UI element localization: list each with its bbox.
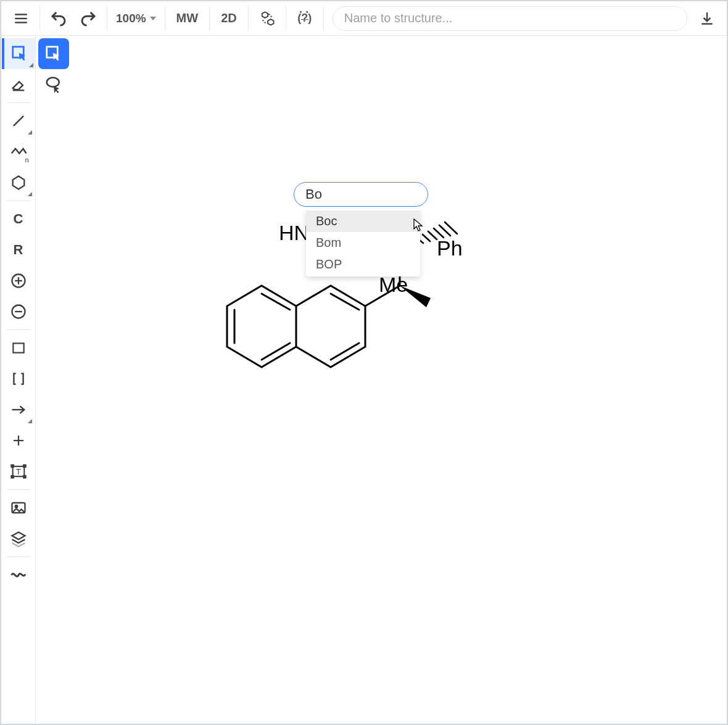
separator	[6, 102, 31, 103]
plus-tool[interactable]	[3, 425, 34, 456]
svg-line-42	[423, 234, 430, 241]
download-button[interactable]	[692, 4, 722, 33]
svg-text:T: T	[16, 467, 21, 476]
svg-rect-22	[11, 476, 14, 478]
erase-tool[interactable]	[3, 69, 34, 100]
autocomplete-item[interactable]: Boc	[306, 210, 420, 232]
selection-tool[interactable]	[2, 38, 35, 69]
structure-convert-button[interactable]	[252, 4, 282, 33]
atom-label-input[interactable]: Bo	[294, 182, 428, 207]
layers-tool[interactable]	[3, 523, 34, 554]
separator	[39, 6, 40, 31]
ring-tool[interactable]	[3, 167, 34, 198]
svg-marker-3	[262, 12, 268, 17]
submenu-indicator-icon	[29, 63, 33, 67]
svg-rect-20	[11, 465, 14, 468]
menu-button[interactable]	[6, 4, 36, 33]
svg-rect-14	[13, 343, 23, 352]
chain-tool[interactable]: n	[3, 136, 34, 167]
freehand-tool[interactable]	[3, 560, 34, 590]
drawing-canvas[interactable]: HN Ph Me Bo Boc Bom BOP	[36, 36, 727, 724]
svg-rect-23	[23, 476, 26, 478]
zoom-dropdown[interactable]: 100%	[111, 12, 161, 25]
charge-minus-tool[interactable]	[3, 296, 34, 327]
redo-button[interactable]	[73, 4, 103, 33]
separator	[6, 201, 31, 201]
separator	[286, 6, 286, 31]
autocomplete-item[interactable]: BOP	[306, 254, 420, 275]
charge-plus-tool[interactable]	[3, 265, 34, 296]
svg-line-7	[13, 116, 23, 126]
ph-label: Ph	[437, 236, 463, 260]
svg-point-25	[15, 505, 17, 508]
separator	[165, 6, 165, 31]
svg-marker-26	[12, 532, 25, 540]
name-to-structure-input[interactable]	[333, 6, 687, 31]
bond-tool[interactable]	[3, 106, 34, 136]
svg-line-32	[262, 343, 290, 360]
caret-down-icon	[150, 17, 156, 20]
rectangle-tool[interactable]	[3, 333, 34, 363]
separator	[6, 489, 31, 490]
undo-button[interactable]	[44, 4, 73, 33]
separator	[6, 557, 31, 557]
submenu-indicator-icon	[28, 130, 32, 135]
zoom-label: 100%	[116, 12, 146, 25]
query-button[interactable]: • • (?)	[290, 4, 320, 33]
separator	[6, 329, 31, 330]
svg-marker-4	[268, 19, 273, 25]
submenu-indicator-icon	[28, 419, 32, 423]
svg-line-43	[428, 231, 437, 239]
separator	[209, 6, 210, 31]
mouse-cursor-icon	[413, 218, 424, 233]
svg-line-34	[331, 343, 359, 360]
rectangle-select-tool[interactable]	[38, 38, 69, 69]
atom-label-value: Bo	[305, 186, 322, 202]
svg-marker-8	[12, 176, 24, 189]
brackets-tool[interactable]	[3, 363, 34, 394]
arrow-tool[interactable]	[3, 394, 34, 425]
svg-line-33	[331, 294, 359, 310]
hn-label: HN	[279, 221, 309, 245]
separator	[107, 6, 107, 31]
carbon-atom-tool[interactable]: C	[3, 204, 34, 234]
selection-submenu	[38, 38, 69, 100]
autocomplete-list: Boc Bom BOP	[306, 209, 420, 276]
separator	[248, 6, 249, 31]
svg-line-31	[262, 294, 290, 310]
image-tool[interactable]	[3, 492, 34, 523]
svg-point-28	[47, 78, 59, 87]
autocomplete-item[interactable]: Bom	[306, 232, 420, 254]
svg-rect-21	[23, 465, 26, 468]
svg-marker-29	[227, 286, 296, 367]
text-box-tool[interactable]: T	[3, 456, 34, 487]
mw-button[interactable]: MW	[169, 4, 206, 33]
top-toolbar: 100% MW 2D • • (?)	[1, 1, 727, 36]
left-toolbar: n C R T	[1, 36, 36, 724]
submenu-indicator-icon	[28, 192, 32, 196]
r-group-tool[interactable]: R	[3, 234, 34, 265]
separator	[323, 6, 324, 31]
2d-button[interactable]: 2D	[213, 4, 244, 33]
lasso-select-tool[interactable]	[38, 69, 69, 100]
